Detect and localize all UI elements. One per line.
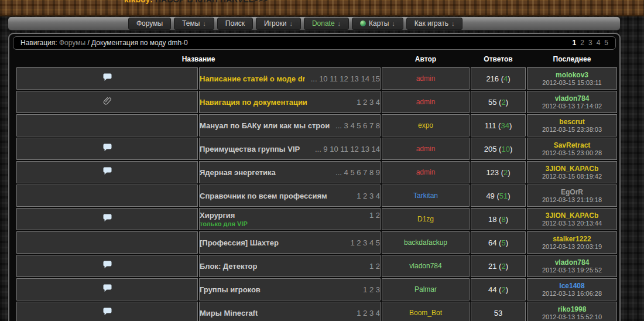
topic-title-link[interactable]: Миры Minecraft bbox=[200, 309, 258, 317]
topic-page-links[interactable]: 1 2 3 4 bbox=[357, 98, 380, 107]
lastpost-cell: SavRetract2012-03-15 23:00:28 bbox=[527, 138, 617, 160]
topic-title-link[interactable]: Мануал по БАКу или как мы строили коллай… bbox=[200, 121, 330, 130]
topic-title-link[interactable]: Преимущества группы VIP bbox=[200, 145, 300, 153]
replies-count: 53 bbox=[494, 309, 502, 317]
lastpost-user-link[interactable]: SavRetract bbox=[527, 141, 616, 149]
author-link[interactable]: vladon784 bbox=[409, 262, 441, 270]
lastpost-cell: bescrut2012-03-15 23:38:03 bbox=[527, 114, 617, 136]
topic-cell: Мануал по БАКу или как мы строили коллай… bbox=[199, 114, 381, 136]
author-cell: Palmar bbox=[382, 278, 470, 300]
topics-tbody: Написание статей о моде dmh-0 за вознагр… bbox=[16, 67, 617, 321]
topic-title-link[interactable]: Написание статей о моде dmh-0 за вознагр… bbox=[200, 74, 305, 83]
topic-page-links[interactable]: 1 2 3 4 5 bbox=[350, 238, 380, 247]
replies-count: 49 bbox=[486, 192, 494, 200]
author-link[interactable]: admin bbox=[416, 145, 436, 153]
comment-icon-cell bbox=[16, 255, 198, 277]
replies-new-count: (34) bbox=[496, 121, 512, 130]
author-link[interactable]: Palmar bbox=[415, 285, 437, 293]
replies-new-count: (2) bbox=[496, 285, 508, 294]
lastpost-date: 2012-03-13 21:19:18 bbox=[527, 196, 616, 204]
topic-page-links[interactable]: 1 2 3 bbox=[363, 285, 380, 294]
lastpost-user-link[interactable]: stalker1222 bbox=[527, 235, 616, 243]
dropdown-arrow-icon: ↓ bbox=[392, 18, 395, 29]
topic-page-links[interactable]: 1 2 bbox=[369, 211, 380, 220]
topic-row: [Профессия] Шахтер1 2 3 4 5backdafackup6… bbox=[16, 231, 617, 254]
comment-bubble-icon bbox=[103, 214, 112, 222]
topic-title-link[interactable]: [Профессия] Шахтер bbox=[200, 238, 279, 247]
replies-new-count: (2) bbox=[496, 98, 508, 107]
topic-page-links[interactable]: 1 2 bbox=[369, 262, 380, 271]
author-cell: vladon784 bbox=[382, 255, 470, 277]
lastpost-user-link[interactable]: vladon784 bbox=[527, 94, 616, 103]
topic-cell: Справочник по всем профессиям1 2 3 4 bbox=[199, 185, 381, 207]
lastpost-user-link[interactable]: bescrut bbox=[527, 118, 616, 126]
author-link[interactable]: expo bbox=[418, 121, 433, 129]
lastpost-user-link[interactable]: EgOrR bbox=[527, 188, 616, 196]
author-link[interactable]: admin bbox=[416, 98, 436, 106]
lastpost-user-link[interactable]: molokov3 bbox=[527, 71, 616, 79]
lastpost-cell: vladon7842012-03-13 17:14:02 bbox=[527, 91, 617, 113]
topic-title-link[interactable]: Группы игроков bbox=[200, 285, 261, 294]
lastpost-user-link[interactable]: 3JION_KAPACb bbox=[527, 165, 616, 173]
breadcrumb-current: Документация по моду dmh-0 bbox=[91, 39, 188, 47]
icon-cell-empty bbox=[16, 185, 198, 207]
comment-bubble-icon bbox=[103, 308, 112, 316]
replies-count: 123 bbox=[486, 168, 499, 177]
page-link-1[interactable]: 1 bbox=[573, 37, 577, 49]
topic-cell: Миры Minecraft1 2 3 4 bbox=[199, 302, 381, 321]
lastpost-date: 2012-03-15 08:19:42 bbox=[527, 173, 616, 180]
breadcrumb-pagination: 12345 bbox=[573, 37, 608, 49]
topic-page-links[interactable]: ... 9 10 11 12 13 14 bbox=[315, 145, 380, 153]
dropdown-arrow-icon: ↓ bbox=[338, 18, 341, 29]
nav-button-темы[interactable]: Темы↓ bbox=[174, 18, 214, 30]
page-link-5[interactable]: 5 bbox=[604, 37, 608, 49]
breadcrumb: Навигация: Форумы / Документация по моду… bbox=[13, 36, 616, 50]
topic-title-link[interactable]: Ядерная энергетика bbox=[200, 168, 276, 177]
lastpost-user-link[interactable]: 3JION_KAPACb bbox=[527, 211, 616, 220]
nav-button-как-играть[interactable]: Как играть↓ bbox=[406, 18, 463, 30]
topic-title-link[interactable]: Блок: Детектор bbox=[200, 262, 257, 271]
lastpost-user-link[interactable]: Ice1408 bbox=[527, 282, 616, 290]
topic-title-link[interactable]: Хирургия bbox=[200, 211, 235, 220]
topic-page-links[interactable]: ... 3 4 5 6 7 8 bbox=[335, 121, 380, 130]
topic-title-link[interactable]: Справочник по всем профессиям bbox=[200, 192, 327, 200]
topic-page-links[interactable]: 1 2 3 4 bbox=[357, 192, 380, 200]
nav-button-поиск[interactable]: Поиск bbox=[217, 18, 253, 30]
author-link[interactable]: Boom_Bot bbox=[409, 309, 442, 317]
topic-page-links[interactable]: ... 10 11 12 13 14 15 bbox=[311, 74, 380, 83]
page-link-4[interactable]: 4 bbox=[597, 37, 601, 49]
author-cell: Tarkitan bbox=[382, 185, 470, 207]
nav-button-игроки[interactable]: Игроки↓ bbox=[256, 18, 301, 30]
replies-cell: 64 (5) bbox=[471, 231, 526, 254]
nav-button-карты[interactable]: Карты↓ bbox=[352, 18, 403, 30]
author-link[interactable]: admin bbox=[416, 74, 436, 83]
lastpost-user-link[interactable]: riko1998 bbox=[527, 305, 616, 313]
author-link[interactable]: D1zg bbox=[417, 215, 434, 223]
topic-row: Справочник по всем профессиям1 2 3 4Tark… bbox=[16, 185, 617, 207]
breadcrumb-link-forums[interactable]: Форумы bbox=[59, 39, 85, 47]
replies-count: 216 bbox=[486, 74, 499, 83]
replies-count: 44 bbox=[488, 285, 496, 294]
replies-count: 111 bbox=[485, 121, 496, 130]
lastpost-cell: Ice14082012-03-13 16:06:28 bbox=[527, 278, 617, 300]
replies-count: 205 bbox=[484, 145, 497, 153]
lastpost-date: 2012-03-13 19:25:52 bbox=[527, 267, 616, 274]
topic-row: Хирургия1 2только для VIPD1zg18 (8)3JION… bbox=[16, 208, 617, 230]
topic-page-links[interactable]: ... 4 5 6 7 8 9 bbox=[335, 168, 380, 177]
replies-new-count: (4) bbox=[499, 74, 511, 83]
author-link[interactable]: backdafackup bbox=[404, 238, 447, 247]
nav-button-форумы[interactable]: Форумы bbox=[128, 18, 171, 30]
lastpost-user-link[interactable]: vladon784 bbox=[527, 258, 616, 267]
topic-row: Группы игроков1 2 3Palmar44 (2)Ice140820… bbox=[16, 278, 617, 300]
paperclip-icon-cell bbox=[16, 91, 198, 113]
nav-button-label: Поиск bbox=[225, 18, 245, 29]
page-link-2[interactable]: 2 bbox=[580, 37, 584, 49]
navbar-buttons: ФорумыТемы↓ПоискИгроки↓Donate↓Карты↓Как … bbox=[128, 18, 463, 30]
page-link-3[interactable]: 3 bbox=[588, 37, 592, 49]
replies-cell: 18 (8) bbox=[471, 208, 526, 230]
topic-title-link[interactable]: Навигация по документации bbox=[200, 98, 307, 107]
topic-page-links[interactable]: 1 2 3 4 bbox=[357, 309, 380, 317]
nav-button-donate[interactable]: Donate↓ bbox=[304, 18, 349, 30]
author-link[interactable]: Tarkitan bbox=[413, 192, 438, 200]
author-link[interactable]: admin bbox=[416, 168, 436, 176]
